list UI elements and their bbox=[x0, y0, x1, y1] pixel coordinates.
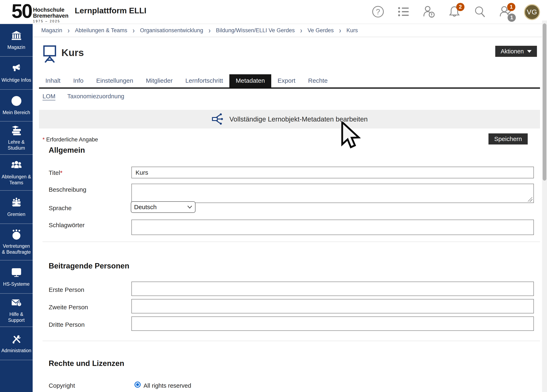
contacts-badge-bottom: 1 bbox=[508, 14, 516, 22]
vertical-scrollbar[interactable] bbox=[542, 20, 547, 392]
sidebar-item-label: Lehre & Studium bbox=[1, 139, 32, 151]
subtab-taxonomiezuordnung[interactable]: Taxonomiezuordnung bbox=[67, 93, 124, 100]
sidebar-item-label: Abteilungen & Teams bbox=[1, 174, 32, 186]
breadcrumb-item[interactable]: Kurs bbox=[346, 27, 358, 34]
breadcrumb-item[interactable]: Bildung/Wissen/ELLI Ve Gerdes bbox=[216, 27, 295, 34]
notifications-button[interactable]: 2 bbox=[448, 5, 461, 19]
help-icon: ? bbox=[372, 5, 384, 19]
sidebar-item-hs-systeme[interactable]: *** HS-Systeme bbox=[0, 260, 33, 294]
sidebar-item-gremien[interactable]: Gremien bbox=[0, 191, 33, 224]
tab-rechte[interactable]: Rechte bbox=[302, 74, 334, 88]
svg-text:***: *** bbox=[14, 269, 19, 274]
contacts-badge-top: 1 bbox=[507, 3, 515, 11]
monitor-icon: *** bbox=[11, 267, 22, 279]
sidebar-item-vertretungen-beauftragte[interactable]: Vertretungen & Beauftragte bbox=[0, 224, 33, 260]
dritte-person-input[interactable] bbox=[131, 317, 534, 331]
breadcrumb-item[interactable]: Magazin bbox=[41, 27, 62, 34]
subtab-lom[interactable]: LOM bbox=[42, 93, 55, 100]
app-title: Lernplattform ELLI bbox=[75, 6, 146, 15]
copyright-radio[interactable] bbox=[135, 382, 141, 388]
sidebar-empty-space bbox=[0, 360, 33, 392]
globe-people-icon bbox=[11, 229, 22, 241]
logo-50-text: 50 bbox=[12, 2, 32, 20]
logo-line1: Hochschule bbox=[33, 7, 68, 13]
course-easel-icon bbox=[42, 45, 58, 63]
notifications-badge: 2 bbox=[456, 3, 465, 11]
chevron-right-icon: › bbox=[68, 26, 70, 35]
sidebar-item-hilfe-support[interactable]: ? Hilfe & Support bbox=[0, 294, 33, 327]
tab-mitglieder[interactable]: Mitglieder bbox=[140, 74, 179, 88]
breadcrumb-item[interactable]: Organisationsentwicklung bbox=[140, 27, 203, 34]
schlagwoerter-input[interactable] bbox=[131, 220, 534, 235]
sprache-select[interactable]: Deutsch bbox=[131, 201, 195, 213]
sidebar-item-label: Hilfe & Support bbox=[1, 311, 32, 323]
sidebar-item-wichtige-infos[interactable]: Wichtige Infos bbox=[0, 57, 33, 90]
tab-export[interactable]: Export bbox=[271, 74, 302, 88]
titel-input[interactable] bbox=[131, 167, 534, 178]
node-hub-icon bbox=[211, 113, 224, 126]
chevron-down-icon bbox=[187, 205, 192, 209]
sidebar-item-magazin[interactable]: Magazin bbox=[0, 24, 33, 57]
breadcrumb-item[interactable]: Abteilungen & Teams bbox=[75, 27, 127, 34]
field-label-zweite-person: Zweite Person bbox=[49, 304, 88, 311]
sidebar-item-label: Vertretungen & Beauftragte bbox=[1, 243, 32, 255]
contacts-button[interactable]: 1 1 bbox=[499, 5, 512, 19]
field-label-sprache: Sprache bbox=[49, 205, 72, 212]
save-button[interactable]: Speichern bbox=[488, 133, 528, 144]
svg-text:?: ? bbox=[376, 7, 380, 16]
required-asterisk: * bbox=[60, 169, 63, 176]
mail-question-icon: ? bbox=[11, 297, 22, 309]
committee-icon bbox=[11, 197, 22, 209]
tab-bar: Inhalt Info Einstellungen Mitglieder Ler… bbox=[39, 75, 540, 89]
sidebar-item-label: Mein Bereich bbox=[2, 110, 30, 115]
top-header: 50 Hochschule Bremerhaven 1975 – 2025 Le… bbox=[0, 0, 547, 24]
scrollbar-thumb[interactable] bbox=[543, 23, 546, 181]
chevron-right-icon: › bbox=[208, 26, 211, 35]
zweite-person-input[interactable] bbox=[131, 299, 534, 313]
breadcrumb-item[interactable]: Ve Gerdes bbox=[308, 27, 334, 34]
actions-button[interactable]: Aktionen bbox=[495, 46, 537, 57]
edit-full-metadata-banner[interactable]: Vollständige Lernobjekt-Metadaten bearbe… bbox=[39, 110, 540, 128]
hochschule-bremerhaven-logo: 50 Hochschule Bremerhaven 1975 – 2025 bbox=[12, 2, 68, 23]
main-content: Magazin › Abteilungen & Teams › Organisa… bbox=[33, 24, 547, 392]
sidebar-item-label: Wichtige Infos bbox=[1, 77, 31, 83]
logo-line2: Bremerhaven bbox=[33, 13, 68, 19]
tools-icon bbox=[11, 333, 22, 346]
svg-text:?: ? bbox=[18, 302, 20, 306]
help-button[interactable]: ? bbox=[371, 5, 385, 19]
tab-inhalt[interactable]: Inhalt bbox=[39, 74, 67, 88]
sidebar-item-lehre-studium[interactable]: Lehre & Studium bbox=[0, 122, 33, 155]
logo-years: 1975 – 2025 bbox=[33, 20, 68, 23]
main-menu-button[interactable] bbox=[397, 5, 410, 19]
field-label-copyright: Copyright bbox=[49, 382, 75, 389]
sidebar-item-label: Gremien bbox=[7, 211, 25, 217]
sidebar-item-administration[interactable]: Administration bbox=[0, 327, 33, 360]
tab-metadaten[interactable]: Metadaten bbox=[229, 74, 271, 88]
tab-info[interactable]: Info bbox=[67, 74, 90, 88]
bank-icon bbox=[11, 30, 22, 42]
sidebar-item-abteilungen-teams[interactable]: Abteilungen & Teams bbox=[0, 155, 33, 191]
actions-button-label: Aktionen bbox=[501, 48, 524, 55]
chevron-right-icon: › bbox=[339, 26, 341, 35]
erste-person-input[interactable] bbox=[131, 282, 534, 296]
megaphone-icon bbox=[11, 63, 22, 75]
radio-dot bbox=[136, 383, 139, 386]
smiley-icon bbox=[11, 95, 22, 108]
who-is-online-button[interactable] bbox=[422, 5, 436, 19]
caret-down-icon bbox=[527, 50, 532, 53]
sidebar-item-mein-bereich[interactable]: Mein Bereich bbox=[0, 90, 33, 122]
tab-lernfortschritt[interactable]: Lernfortschritt bbox=[179, 74, 229, 88]
beschreibung-textarea[interactable] bbox=[131, 184, 534, 203]
avatar[interactable]: VG bbox=[524, 4, 540, 20]
sidebar-nav: Magazin Wichtige Infos Mein Bereich Lehr… bbox=[0, 24, 33, 392]
textarea-resize-grip[interactable] bbox=[528, 197, 533, 202]
search-button[interactable] bbox=[473, 5, 487, 19]
tab-einstellungen[interactable]: Einstellungen bbox=[90, 74, 139, 88]
section-heading-allgemein: Allgemein bbox=[49, 146, 85, 155]
section-divider bbox=[42, 341, 540, 341]
section-heading-beitragende-personen: Beitragende Personen bbox=[49, 262, 129, 270]
people-group-icon bbox=[11, 159, 22, 172]
sprache-select-value: Deutsch bbox=[134, 203, 157, 210]
sidebar-item-label: HS-Systeme bbox=[3, 281, 30, 287]
books-icon bbox=[11, 125, 22, 137]
